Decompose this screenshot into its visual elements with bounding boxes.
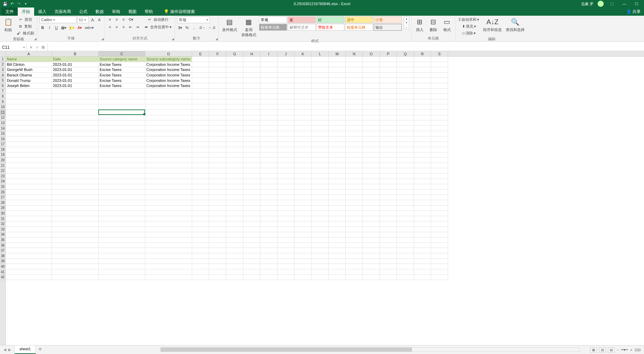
cell[interactable]	[346, 232, 363, 238]
cell[interactable]	[99, 227, 145, 232]
row-header-7[interactable]: 7	[0, 89, 5, 94]
cell[interactable]	[295, 184, 312, 190]
cell[interactable]	[363, 248, 380, 253]
cell[interactable]	[192, 142, 209, 147]
cell[interactable]	[346, 147, 363, 152]
cell[interactable]	[226, 142, 243, 147]
cell[interactable]	[226, 264, 243, 269]
cell[interactable]	[312, 73, 329, 78]
cell[interactable]	[380, 216, 397, 222]
cell[interactable]	[346, 62, 363, 68]
cell[interactable]	[243, 221, 260, 227]
cell[interactable]	[226, 73, 243, 78]
cell[interactable]	[209, 158, 226, 163]
cell[interactable]	[192, 152, 209, 158]
cell[interactable]	[329, 200, 346, 206]
row-header-17[interactable]: 17	[0, 142, 5, 147]
row-header-36[interactable]: 36	[0, 243, 5, 248]
cell[interactable]	[226, 174, 243, 179]
increase-indent-button[interactable]: ⇥	[134, 24, 140, 30]
wrap-text-button[interactable]: ↵ 自动换行	[144, 16, 173, 23]
col-header-G[interactable]: G	[226, 51, 243, 56]
cell[interactable]	[346, 243, 363, 248]
increase-font-button[interactable]: A	[89, 17, 96, 23]
ribbon-display-icon[interactable]: ⬚	[608, 2, 616, 6]
scroll-up-icon[interactable]: ▴	[404, 17, 409, 21]
cell[interactable]	[380, 200, 397, 206]
cell[interactable]	[145, 248, 192, 253]
cell[interactable]	[295, 179, 312, 185]
row-header-21[interactable]: 21	[0, 163, 5, 168]
row-header-11[interactable]: 11	[0, 110, 5, 115]
cell[interactable]	[145, 131, 192, 136]
cell[interactable]	[312, 195, 329, 200]
cell[interactable]	[431, 168, 448, 174]
row-header-4[interactable]: 4	[0, 73, 5, 78]
cell[interactable]	[52, 206, 99, 211]
cell[interactable]	[99, 211, 145, 216]
cell[interactable]	[192, 195, 209, 200]
cell[interactable]	[295, 195, 312, 200]
cell[interactable]	[312, 237, 329, 243]
cell[interactable]	[6, 259, 52, 264]
cell[interactable]	[277, 83, 295, 89]
cell[interactable]	[6, 136, 52, 142]
cell[interactable]	[414, 99, 431, 105]
cell[interactable]	[431, 174, 448, 179]
cell[interactable]	[145, 216, 192, 222]
cell[interactable]	[397, 115, 414, 121]
cell[interactable]	[329, 243, 346, 248]
cell[interactable]	[99, 136, 145, 142]
cell[interactable]	[329, 221, 346, 227]
cell[interactable]	[329, 184, 346, 190]
cell[interactable]	[52, 152, 99, 158]
cell[interactable]	[260, 163, 277, 168]
cell[interactable]	[329, 78, 346, 83]
cell[interactable]	[295, 126, 312, 131]
cell[interactable]	[380, 131, 397, 136]
cell[interactable]	[431, 221, 448, 227]
cell[interactable]	[192, 78, 209, 83]
cell[interactable]	[52, 221, 99, 227]
cell[interactable]	[260, 126, 277, 131]
cell[interactable]	[277, 78, 295, 83]
cell[interactable]	[380, 104, 397, 110]
cell[interactable]	[52, 275, 99, 280]
cell[interactable]	[295, 110, 312, 115]
cell[interactable]	[192, 163, 209, 168]
cell[interactable]	[380, 179, 397, 185]
cell[interactable]	[99, 253, 145, 259]
cell[interactable]	[99, 168, 145, 174]
cell[interactable]	[192, 179, 209, 185]
cell[interactable]	[380, 243, 397, 248]
cell[interactable]	[346, 131, 363, 136]
cell[interactable]: Date	[52, 57, 99, 62]
cell[interactable]	[226, 104, 243, 110]
cell[interactable]	[380, 83, 397, 89]
cell[interactable]	[312, 179, 329, 185]
row-header-28[interactable]: 28	[0, 200, 5, 206]
cell-style-1[interactable]: 差	[288, 16, 316, 23]
cell[interactable]	[363, 190, 380, 195]
cell[interactable]	[397, 211, 414, 216]
cell[interactable]	[414, 206, 431, 211]
cell[interactable]	[431, 126, 448, 131]
normal-view-icon[interactable]: ▦	[590, 347, 597, 353]
cell[interactable]	[295, 136, 312, 142]
row-header-12[interactable]: 12	[0, 115, 5, 121]
cell[interactable]	[346, 83, 363, 89]
cell[interactable]	[312, 99, 329, 105]
align-bottom-button[interactable]: ≡	[120, 16, 127, 23]
cut-button[interactable]: ✂ 剪切	[16, 16, 35, 23]
cell[interactable]	[6, 158, 52, 163]
cell[interactable]	[312, 131, 329, 136]
cell[interactable]	[312, 126, 329, 131]
cell[interactable]	[363, 211, 380, 216]
borders-button[interactable]: ▦▾	[60, 25, 68, 31]
cell[interactable]	[431, 243, 448, 248]
cell[interactable]	[312, 248, 329, 253]
cell[interactable]	[243, 184, 260, 190]
cell[interactable]	[226, 120, 243, 126]
cell[interactable]	[145, 158, 192, 163]
dialog-launcher-icon[interactable]: ◢	[172, 37, 174, 41]
